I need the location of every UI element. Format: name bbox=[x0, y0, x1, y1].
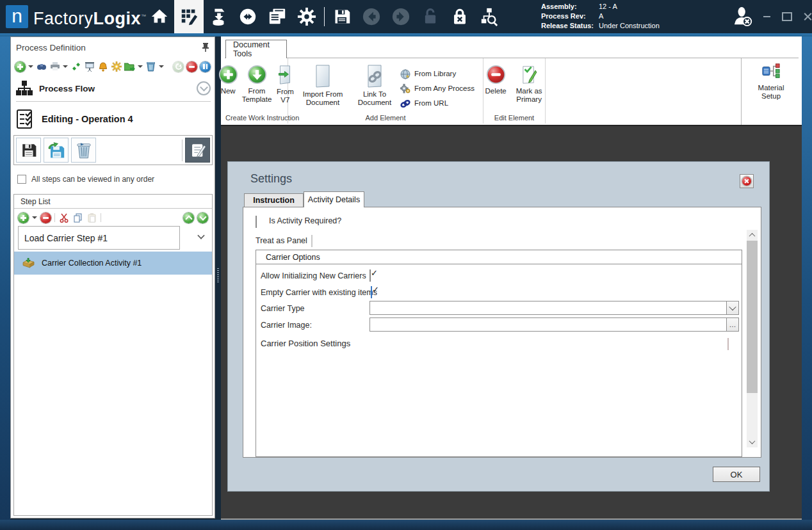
database-delete-dropdown-icon[interactable] bbox=[159, 65, 164, 68]
from-any-process-button[interactable]: From Any Process bbox=[400, 83, 475, 94]
tab-activity-details[interactable]: Activity Details bbox=[304, 191, 364, 207]
forward-button[interactable] bbox=[386, 0, 416, 33]
print-icon[interactable] bbox=[49, 61, 60, 72]
add-dropdown-icon[interactable] bbox=[28, 65, 33, 68]
transfer-button[interactable] bbox=[233, 0, 263, 33]
home-button[interactable] bbox=[145, 0, 174, 33]
unlock-button[interactable] bbox=[416, 0, 445, 33]
save-step-button[interactable] bbox=[16, 138, 41, 163]
is-activity-required-checkbox[interactable] bbox=[256, 216, 257, 228]
allow-initializing-checkbox[interactable] bbox=[369, 269, 371, 282]
pin-icon[interactable] bbox=[202, 43, 209, 52]
reports-icon bbox=[267, 7, 288, 26]
new-button[interactable]: New bbox=[218, 65, 238, 95]
empty-carrier-checkbox[interactable] bbox=[371, 286, 372, 298]
process-flow-row[interactable]: Process Flow bbox=[16, 78, 211, 99]
import-data-button[interactable] bbox=[204, 0, 233, 33]
add-step-icon[interactable] bbox=[18, 213, 29, 223]
brand-factory: Factory bbox=[33, 9, 93, 28]
notify-icon[interactable] bbox=[97, 61, 108, 72]
carrier-image-browse-button[interactable]: … bbox=[726, 318, 738, 331]
add-icon[interactable] bbox=[15, 61, 26, 72]
circle-chevron-down-icon[interactable] bbox=[197, 81, 211, 95]
mark-as-primary-label: Mark as Primary bbox=[513, 87, 545, 104]
export-dropdown-icon[interactable] bbox=[138, 65, 143, 68]
ok-button[interactable]: OK bbox=[713, 467, 760, 482]
panel-splitter[interactable] bbox=[215, 36, 221, 520]
remove-step-icon[interactable] bbox=[40, 213, 51, 223]
scrollbar-thumb[interactable] bbox=[747, 241, 758, 393]
dialog-scrollbar[interactable] bbox=[747, 230, 758, 447]
minimize-button[interactable] bbox=[759, 10, 774, 24]
carrier-image-field[interactable]: … bbox=[369, 317, 739, 332]
database-delete-icon[interactable] bbox=[145, 61, 156, 72]
window-edge-right bbox=[802, 36, 812, 520]
copy-icon[interactable] bbox=[72, 213, 83, 223]
window-controls bbox=[759, 0, 812, 33]
assembly-value: 12 - A bbox=[599, 2, 617, 12]
mark-as-primary-icon bbox=[520, 65, 538, 84]
step-list-item-selected[interactable]: Carrier Collection Activity #1 bbox=[14, 252, 212, 275]
group-caption: Create Work Instruction bbox=[225, 114, 288, 122]
titlebar-toolbar bbox=[145, 0, 504, 33]
scroll-up-icon[interactable] bbox=[747, 230, 758, 241]
save-as-button[interactable] bbox=[44, 138, 69, 163]
delete-element-button[interactable]: Delete bbox=[483, 65, 508, 95]
material-setup-panel[interactable]: Material Setup bbox=[741, 58, 800, 125]
edit-note-button[interactable] bbox=[185, 138, 210, 163]
from-library-button[interactable]: From Library bbox=[400, 68, 475, 79]
process-search-button[interactable] bbox=[475, 0, 504, 33]
lock-close-icon bbox=[451, 8, 468, 26]
carrier-image-input[interactable] bbox=[370, 318, 726, 331]
mark-as-primary-button[interactable]: Mark as Primary bbox=[513, 65, 545, 104]
window-edge-left bbox=[0, 36, 10, 520]
maximize-button[interactable] bbox=[780, 10, 794, 24]
step-expand-chevron-icon[interactable] bbox=[197, 232, 205, 239]
user-signout-button[interactable] bbox=[733, 6, 754, 27]
step-combo-value: Load Carrier Step #1 bbox=[24, 233, 108, 243]
refresh-icon[interactable] bbox=[173, 61, 184, 72]
reports-button[interactable] bbox=[263, 0, 292, 33]
back-button[interactable] bbox=[357, 0, 386, 33]
save-button[interactable] bbox=[327, 0, 357, 33]
export-icon[interactable] bbox=[124, 61, 135, 72]
carrier-type-dropdown-icon[interactable] bbox=[726, 301, 738, 314]
scroll-down-icon[interactable] bbox=[747, 437, 758, 447]
process-search-icon bbox=[480, 7, 499, 26]
from-url-button[interactable]: From URL bbox=[400, 98, 475, 109]
close-icon bbox=[742, 177, 751, 186]
paste-icon[interactable] bbox=[86, 213, 97, 223]
close-button[interactable] bbox=[800, 10, 812, 24]
lock-close-button[interactable] bbox=[445, 0, 475, 33]
configure-icon[interactable] bbox=[111, 61, 122, 72]
pause-icon[interactable] bbox=[200, 61, 211, 72]
move-down-icon[interactable] bbox=[197, 213, 208, 223]
present-icon[interactable] bbox=[84, 61, 95, 72]
find-icon[interactable] bbox=[36, 61, 47, 72]
move-up-icon[interactable] bbox=[183, 213, 194, 223]
add-step-dropdown-icon[interactable] bbox=[32, 216, 37, 219]
tab-instruction[interactable]: Instruction bbox=[244, 193, 304, 207]
reorder-icon[interactable] bbox=[70, 61, 81, 72]
new-icon bbox=[218, 65, 238, 84]
delete-step-button[interactable] bbox=[71, 138, 96, 163]
carrier-activity-icon bbox=[22, 258, 35, 268]
dialog-close-button[interactable] bbox=[740, 174, 754, 188]
cut-icon[interactable] bbox=[58, 213, 69, 223]
order-checkbox-row[interactable]: All steps can be viewed in any order bbox=[17, 175, 154, 184]
tab-document-tools[interactable]: Document Tools bbox=[225, 40, 287, 58]
step-combo[interactable]: Load Carrier Step #1 bbox=[18, 226, 180, 250]
settings-button[interactable] bbox=[292, 0, 321, 33]
link-to-document-button[interactable]: Link To Document bbox=[354, 65, 395, 107]
remove-icon[interactable] bbox=[186, 61, 197, 72]
work-instruction-editor-icon bbox=[179, 7, 199, 26]
carrier-type-combobox[interactable] bbox=[369, 301, 739, 315]
carrier-type-input[interactable] bbox=[370, 301, 726, 314]
work-instruction-editor-button[interactable] bbox=[174, 0, 204, 33]
import-from-document-button[interactable]: Import From Document bbox=[296, 65, 349, 107]
print-dropdown-icon[interactable] bbox=[63, 65, 68, 68]
from-url-label: From URL bbox=[414, 99, 448, 108]
from-template-button[interactable]: From Template bbox=[242, 65, 272, 104]
order-checkbox[interactable] bbox=[17, 175, 26, 184]
import-data-icon bbox=[209, 7, 228, 26]
